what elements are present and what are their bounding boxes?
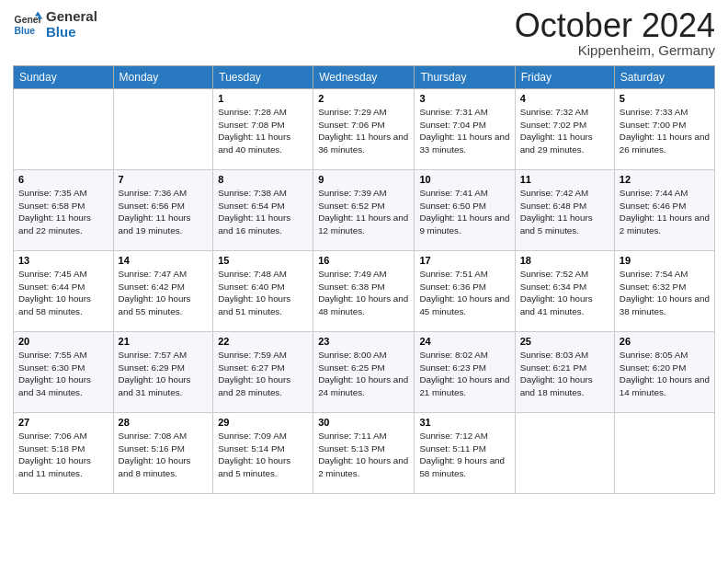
- calendar-cell: 27Sunrise: 7:06 AM Sunset: 5:18 PM Dayli…: [14, 413, 114, 494]
- calendar-cell: 9Sunrise: 7:39 AM Sunset: 6:52 PM Daylig…: [313, 170, 415, 251]
- day-info: Sunrise: 7:48 AM Sunset: 6:40 PM Dayligh…: [218, 268, 308, 318]
- day-number: 11: [520, 174, 609, 185]
- calendar-cell: 3Sunrise: 7:31 AM Sunset: 7:04 PM Daylig…: [415, 89, 515, 170]
- day-number: 16: [318, 255, 409, 266]
- weekday-header-wednesday: Wednesday: [313, 66, 415, 89]
- day-number: 8: [218, 174, 308, 185]
- day-info: Sunrise: 7:52 AM Sunset: 6:34 PM Dayligh…: [520, 268, 609, 318]
- day-number: 25: [520, 336, 609, 347]
- day-info: Sunrise: 8:00 AM Sunset: 6:25 PM Dayligh…: [318, 349, 409, 399]
- day-info: Sunrise: 7:12 AM Sunset: 5:11 PM Dayligh…: [419, 430, 509, 480]
- day-info: Sunrise: 7:57 AM Sunset: 6:29 PM Dayligh…: [119, 349, 209, 399]
- weekday-header-friday: Friday: [515, 66, 614, 89]
- calendar-table: SundayMondayTuesdayWednesdayThursdayFrid…: [13, 65, 715, 494]
- calendar-cell: 8Sunrise: 7:38 AM Sunset: 6:54 PM Daylig…: [213, 170, 313, 251]
- day-info: Sunrise: 7:39 AM Sunset: 6:52 PM Dayligh…: [318, 187, 409, 237]
- location: Kippenheim, Germany: [515, 42, 715, 58]
- calendar-cell: [14, 89, 114, 170]
- day-number: 17: [419, 255, 509, 266]
- calendar-cell: 23Sunrise: 8:00 AM Sunset: 6:25 PM Dayli…: [313, 332, 415, 413]
- day-info: Sunrise: 8:02 AM Sunset: 6:23 PM Dayligh…: [419, 349, 509, 399]
- day-info: Sunrise: 7:31 AM Sunset: 7:04 PM Dayligh…: [419, 106, 509, 156]
- day-number: 1: [218, 93, 308, 104]
- calendar-cell: [614, 413, 714, 494]
- day-info: Sunrise: 7:35 AM Sunset: 6:58 PM Dayligh…: [18, 187, 108, 237]
- day-info: Sunrise: 7:42 AM Sunset: 6:48 PM Dayligh…: [520, 187, 609, 237]
- day-number: 15: [218, 255, 308, 266]
- week-row-3: 13Sunrise: 7:45 AM Sunset: 6:44 PM Dayli…: [14, 251, 715, 332]
- calendar-cell: 17Sunrise: 7:51 AM Sunset: 6:36 PM Dayli…: [415, 251, 515, 332]
- calendar-cell: 26Sunrise: 8:05 AM Sunset: 6:20 PM Dayli…: [614, 332, 714, 413]
- day-number: 29: [218, 417, 308, 428]
- day-number: 13: [18, 255, 108, 266]
- day-info: Sunrise: 7:33 AM Sunset: 7:00 PM Dayligh…: [620, 106, 710, 156]
- day-number: 28: [119, 417, 209, 428]
- day-info: Sunrise: 7:41 AM Sunset: 6:50 PM Dayligh…: [419, 187, 509, 237]
- weekday-header-monday: Monday: [113, 66, 213, 89]
- day-number: 14: [119, 255, 209, 266]
- calendar-cell: 22Sunrise: 7:59 AM Sunset: 6:27 PM Dayli…: [213, 332, 313, 413]
- day-info: Sunrise: 7:44 AM Sunset: 6:46 PM Dayligh…: [620, 187, 710, 237]
- calendar-cell: 31Sunrise: 7:12 AM Sunset: 5:11 PM Dayli…: [415, 413, 515, 494]
- day-number: 4: [520, 93, 609, 104]
- day-number: 26: [620, 336, 710, 347]
- day-number: 21: [119, 336, 209, 347]
- calendar-cell: 25Sunrise: 8:03 AM Sunset: 6:21 PM Dayli…: [515, 332, 614, 413]
- day-info: Sunrise: 7:49 AM Sunset: 6:38 PM Dayligh…: [318, 268, 409, 318]
- day-number: 7: [119, 174, 209, 185]
- day-number: 3: [419, 93, 509, 104]
- day-number: 12: [620, 174, 710, 185]
- day-info: Sunrise: 7:59 AM Sunset: 6:27 PM Dayligh…: [218, 349, 308, 399]
- day-info: Sunrise: 7:45 AM Sunset: 6:44 PM Dayligh…: [18, 268, 108, 318]
- day-number: 10: [419, 174, 509, 185]
- day-number: 18: [520, 255, 609, 266]
- day-info: Sunrise: 8:03 AM Sunset: 6:21 PM Dayligh…: [520, 349, 609, 399]
- week-row-5: 27Sunrise: 7:06 AM Sunset: 5:18 PM Dayli…: [14, 413, 715, 494]
- day-info: Sunrise: 7:47 AM Sunset: 6:42 PM Dayligh…: [119, 268, 209, 318]
- title-block: October 2024 Kippenheim, Germany: [515, 9, 715, 58]
- week-row-2: 6Sunrise: 7:35 AM Sunset: 6:58 PM Daylig…: [14, 170, 715, 251]
- day-info: Sunrise: 7:06 AM Sunset: 5:18 PM Dayligh…: [18, 430, 108, 480]
- calendar-cell: 28Sunrise: 7:08 AM Sunset: 5:16 PM Dayli…: [113, 413, 213, 494]
- week-row-4: 20Sunrise: 7:55 AM Sunset: 6:30 PM Dayli…: [14, 332, 715, 413]
- calendar-cell: 19Sunrise: 7:54 AM Sunset: 6:32 PM Dayli…: [614, 251, 714, 332]
- calendar-cell: [515, 413, 614, 494]
- day-info: Sunrise: 7:51 AM Sunset: 6:36 PM Dayligh…: [419, 268, 509, 318]
- page-container: General Blue General Blue October 2024 K…: [0, 0, 728, 563]
- calendar-cell: 6Sunrise: 7:35 AM Sunset: 6:58 PM Daylig…: [14, 170, 114, 251]
- month-title: October 2024: [515, 9, 715, 42]
- header: General Blue General Blue October 2024 K…: [13, 9, 715, 58]
- svg-text:General: General: [15, 15, 42, 25]
- day-number: 9: [318, 174, 409, 185]
- calendar-cell: 7Sunrise: 7:36 AM Sunset: 6:56 PM Daylig…: [113, 170, 213, 251]
- calendar-cell: 21Sunrise: 7:57 AM Sunset: 6:29 PM Dayli…: [113, 332, 213, 413]
- calendar-cell: 4Sunrise: 7:32 AM Sunset: 7:02 PM Daylig…: [515, 89, 614, 170]
- weekday-header-saturday: Saturday: [614, 66, 714, 89]
- logo-text: General Blue: [46, 9, 97, 40]
- day-info: Sunrise: 7:55 AM Sunset: 6:30 PM Dayligh…: [18, 349, 108, 399]
- calendar-cell: 30Sunrise: 7:11 AM Sunset: 5:13 PM Dayli…: [313, 413, 415, 494]
- calendar-cell: 2Sunrise: 7:29 AM Sunset: 7:06 PM Daylig…: [313, 89, 415, 170]
- calendar-cell: 24Sunrise: 8:02 AM Sunset: 6:23 PM Dayli…: [415, 332, 515, 413]
- day-number: 19: [620, 255, 710, 266]
- day-info: Sunrise: 7:08 AM Sunset: 5:16 PM Dayligh…: [119, 430, 209, 480]
- calendar-cell: 5Sunrise: 7:33 AM Sunset: 7:00 PM Daylig…: [614, 89, 714, 170]
- weekday-header-tuesday: Tuesday: [213, 66, 313, 89]
- day-number: 31: [419, 417, 509, 428]
- day-number: 22: [218, 336, 308, 347]
- calendar-cell: [113, 89, 213, 170]
- calendar-cell: 14Sunrise: 7:47 AM Sunset: 6:42 PM Dayli…: [113, 251, 213, 332]
- day-number: 23: [318, 336, 409, 347]
- calendar-cell: 10Sunrise: 7:41 AM Sunset: 6:50 PM Dayli…: [415, 170, 515, 251]
- week-row-1: 1Sunrise: 7:28 AM Sunset: 7:08 PM Daylig…: [14, 89, 715, 170]
- weekday-header-thursday: Thursday: [415, 66, 515, 89]
- day-number: 6: [18, 174, 108, 185]
- day-number: 20: [18, 336, 108, 347]
- weekday-header-row: SundayMondayTuesdayWednesdayThursdayFrid…: [14, 66, 715, 89]
- calendar-cell: 12Sunrise: 7:44 AM Sunset: 6:46 PM Dayli…: [614, 170, 714, 251]
- calendar-cell: 20Sunrise: 7:55 AM Sunset: 6:30 PM Dayli…: [14, 332, 114, 413]
- svg-text:Blue: Blue: [15, 25, 36, 35]
- day-info: Sunrise: 7:29 AM Sunset: 7:06 PM Dayligh…: [318, 106, 409, 156]
- weekday-header-sunday: Sunday: [14, 66, 114, 89]
- day-info: Sunrise: 7:32 AM Sunset: 7:02 PM Dayligh…: [520, 106, 609, 156]
